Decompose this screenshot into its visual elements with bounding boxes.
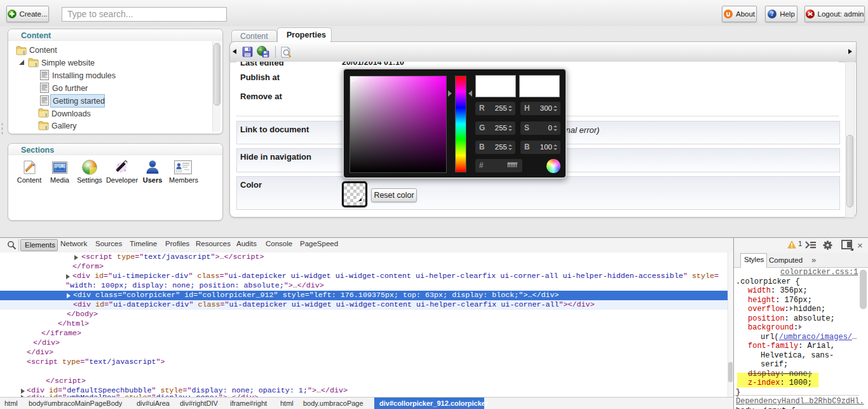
svg-text:?: ?	[771, 11, 774, 17]
